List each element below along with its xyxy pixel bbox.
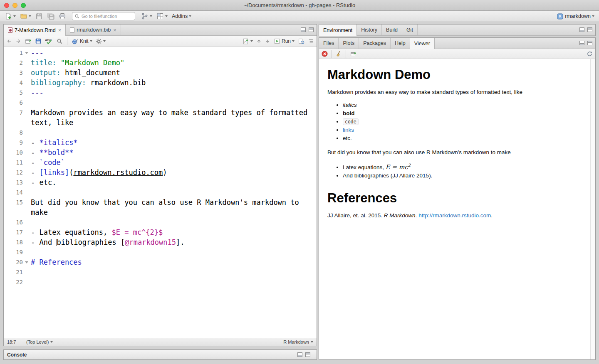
code-line[interactable]: 2title: "Markdown Demo" bbox=[4, 58, 317, 68]
code-line[interactable]: 9- *italics* bbox=[4, 138, 317, 148]
fold-gutter bbox=[23, 167, 31, 177]
minimize-environment-pane-button[interactable] bbox=[579, 26, 584, 34]
project-menu-button[interactable]: R rmarkdown bbox=[555, 12, 596, 21]
clear-viewer-button[interactable] bbox=[322, 51, 328, 57]
cursor-position: 18:7 bbox=[7, 339, 26, 344]
code-token: [ bbox=[121, 238, 125, 246]
minimize-console-button[interactable] bbox=[297, 351, 302, 359]
minimize-source-pane-button[interactable] bbox=[301, 26, 306, 34]
code-line[interactable]: 13- etc. bbox=[4, 177, 317, 187]
save-file-button[interactable] bbox=[35, 38, 42, 44]
print-button[interactable] bbox=[57, 12, 68, 21]
knit-options-button[interactable] bbox=[96, 38, 106, 44]
back-button[interactable] bbox=[6, 38, 12, 44]
code-line[interactable]: 3output: html_document bbox=[4, 68, 317, 78]
source-tab-7-Markdown.Rmd[interactable]: 7-Markdown.Rmd× bbox=[4, 25, 66, 36]
fold-gutter bbox=[23, 138, 31, 148]
minimize-window-button[interactable] bbox=[12, 3, 17, 8]
version-control-button[interactable] bbox=[139, 12, 154, 21]
maximize-viewer-pane-button[interactable] bbox=[587, 39, 592, 47]
save-icon bbox=[35, 38, 42, 44]
tab-help[interactable]: Help bbox=[391, 38, 410, 49]
knit-button[interactable]: Knit bbox=[72, 38, 92, 45]
source-panel-buttons bbox=[298, 25, 317, 35]
tab-build[interactable]: Build bbox=[382, 25, 402, 35]
tab-history[interactable]: History bbox=[357, 25, 382, 35]
code-line[interactable]: 5--- bbox=[4, 88, 317, 98]
broom-icon bbox=[336, 51, 342, 57]
minimize-viewer-pane-button[interactable] bbox=[579, 39, 584, 47]
open-file-button[interactable] bbox=[18, 12, 33, 21]
code-line[interactable]: 15But did you know that you can also use… bbox=[4, 197, 317, 207]
tab-plots[interactable]: Plots bbox=[339, 38, 359, 49]
code-line[interactable]: 17- Latex equations, $E = mc^{2}$ bbox=[4, 227, 317, 237]
code-line[interactable]: 6 bbox=[4, 98, 317, 108]
refresh-viewer-button[interactable] bbox=[587, 51, 593, 57]
clear-all-viewer-button[interactable] bbox=[336, 51, 342, 57]
save-all-button[interactable] bbox=[45, 12, 56, 21]
code-line[interactable]: text, like bbox=[4, 118, 317, 128]
code-line[interactable]: 21 bbox=[4, 267, 317, 277]
tab-git[interactable]: Git bbox=[402, 25, 418, 35]
source-tab-rmarkdown.bib[interactable]: rmarkdown.bib× bbox=[66, 25, 121, 35]
goto-file-input[interactable] bbox=[82, 14, 133, 19]
code-line[interactable]: 16 bbox=[4, 217, 317, 227]
tab-viewer[interactable]: Viewer bbox=[410, 38, 435, 49]
fold-arrow-icon[interactable] bbox=[23, 48, 31, 58]
code-line[interactable]: 8 bbox=[4, 128, 317, 138]
previous-chunk-button[interactable] bbox=[256, 39, 262, 44]
code-line[interactable]: 1--- bbox=[4, 48, 317, 58]
code-token: text, like bbox=[31, 118, 73, 127]
viewer-link[interactable]: links bbox=[343, 127, 354, 133]
code-line[interactable]: 19 bbox=[4, 247, 317, 257]
code-line[interactable]: 12- [links](rmarkdown.rstudio.com) bbox=[4, 167, 317, 177]
code-line[interactable]: 18- And bibliographies [@rmarkdown15]. bbox=[4, 237, 317, 247]
insert-chunk-button[interactable]: C bbox=[243, 38, 253, 45]
scope-selector[interactable]: (Top Level) bbox=[26, 339, 53, 344]
workspace-panes-button[interactable] bbox=[155, 12, 169, 21]
fold-gutter bbox=[23, 267, 31, 277]
code-text: text, like bbox=[31, 118, 73, 128]
code-line[interactable]: 14 bbox=[4, 187, 317, 197]
find-replace-button[interactable] bbox=[57, 38, 63, 44]
tab-packages[interactable]: Packages bbox=[359, 38, 391, 49]
run-button[interactable]: Run bbox=[274, 38, 295, 44]
code-line[interactable]: 7Markdown provides an easy way to make s… bbox=[4, 108, 317, 118]
close-window-button[interactable] bbox=[4, 3, 9, 8]
run-label: Run bbox=[282, 38, 291, 44]
document-outline-button[interactable] bbox=[308, 38, 314, 44]
close-tab-icon[interactable]: × bbox=[58, 27, 62, 33]
maximize-console-button[interactable] bbox=[305, 351, 310, 359]
maximize-environment-pane-button[interactable] bbox=[587, 26, 592, 34]
popout-viewer-button[interactable] bbox=[350, 51, 356, 57]
fold-arrow-icon[interactable] bbox=[23, 257, 31, 267]
line-number: 16 bbox=[4, 217, 23, 227]
tab-files[interactable]: Files bbox=[319, 38, 339, 49]
code-line[interactable]: 4bibliography: rmarkdown.bib bbox=[4, 78, 317, 88]
save-button[interactable] bbox=[34, 12, 45, 21]
code-line[interactable]: 11- `code` bbox=[4, 157, 317, 167]
line-number: 20 bbox=[4, 257, 23, 267]
code-line[interactable]: 22 bbox=[4, 277, 317, 287]
fullscreen-window-button[interactable] bbox=[21, 3, 26, 8]
maximize-source-pane-button[interactable] bbox=[309, 26, 314, 34]
tab-environment[interactable]: Environment bbox=[319, 25, 357, 36]
addins-button[interactable]: Addins bbox=[170, 12, 193, 21]
spellcheck-button[interactable]: ABC bbox=[45, 38, 53, 44]
popout-editor-button[interactable] bbox=[25, 38, 32, 45]
new-file-button[interactable] bbox=[3, 12, 17, 21]
viewer-scrollbar[interactable] bbox=[590, 59, 595, 359]
file-type-selector[interactable]: R Markdown bbox=[283, 339, 313, 344]
fold-gutter bbox=[23, 237, 31, 247]
line-number: 10 bbox=[4, 148, 23, 157]
code-editor[interactable]: 1---2title: "Markdown Demo"3output: html… bbox=[4, 47, 317, 338]
code-line[interactable]: make bbox=[4, 207, 317, 217]
code-line[interactable]: 10- **bold** bbox=[4, 148, 317, 157]
close-tab-icon[interactable]: × bbox=[113, 27, 116, 33]
next-chunk-button[interactable] bbox=[265, 39, 270, 44]
right-top-tabs: EnvironmentHistoryBuildGit bbox=[319, 25, 418, 35]
rerun-previous-button[interactable] bbox=[298, 38, 304, 44]
forward-button[interactable] bbox=[15, 38, 21, 44]
viewer-link[interactable]: http://rmarkdown.rstudio.com bbox=[418, 212, 491, 219]
code-line[interactable]: 20# References bbox=[4, 257, 317, 267]
